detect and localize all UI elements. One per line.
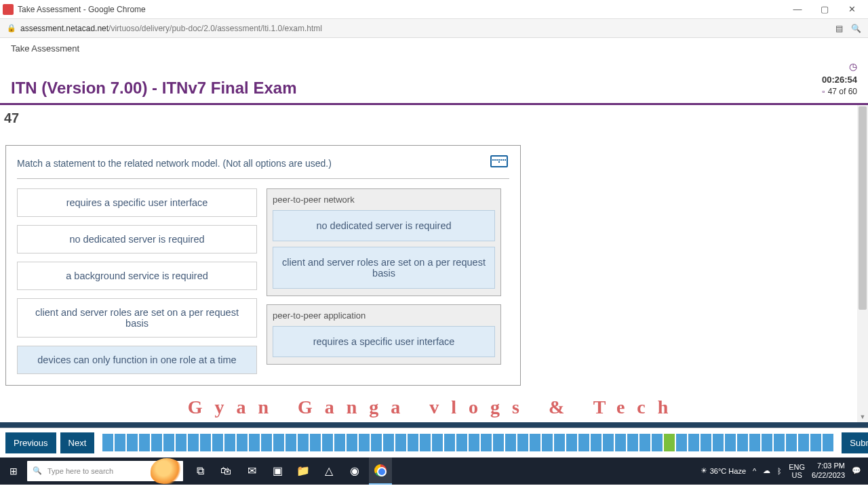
store-icon[interactable]: 🛍 (214, 458, 237, 485)
question-nav-box[interactable] (554, 434, 565, 451)
vlc-icon[interactable]: △ (317, 458, 340, 485)
minimize-button[interactable]: — (784, 0, 811, 19)
question-nav-box[interactable] (200, 434, 211, 451)
question-nav-box[interactable] (261, 434, 272, 451)
question-nav-box[interactable] (749, 434, 760, 451)
question-nav-box[interactable] (115, 434, 125, 451)
question-nav-box[interactable] (566, 434, 577, 451)
explorer-icon[interactable]: 📁 (292, 458, 315, 485)
question-nav-box[interactable] (212, 434, 223, 451)
clock-tray[interactable]: 7:03 PM 6/22/2023 (812, 462, 845, 479)
scroll-down-button[interactable]: ▼ (857, 411, 868, 422)
scroll-thumb[interactable] (859, 106, 867, 310)
taskbar-search[interactable]: 🔍 Type here to search (27, 461, 183, 481)
question-nav-box[interactable] (249, 434, 260, 451)
question-nav-box[interactable] (371, 434, 382, 451)
question-nav-box[interactable] (359, 434, 370, 451)
question-nav-box[interactable] (163, 434, 174, 451)
question-nav-box[interactable] (310, 434, 321, 451)
mail-icon[interactable]: ✉ (240, 458, 263, 485)
question-nav-box[interactable] (676, 434, 687, 451)
question-nav-box[interactable] (542, 434, 553, 451)
question-nav-box[interactable] (127, 434, 138, 451)
question-nav-box[interactable] (420, 434, 431, 451)
translate-icon[interactable]: ▤ (835, 24, 843, 33)
question-nav-box[interactable] (713, 434, 724, 451)
question-nav-box[interactable] (798, 434, 809, 451)
chrome-taskbar-icon[interactable] (369, 458, 392, 485)
question-nav-box[interactable] (774, 434, 785, 451)
question-nav-box[interactable] (530, 434, 540, 451)
target-p2p-application[interactable]: peer-to-peer application requires a spec… (267, 304, 501, 365)
question-nav-box[interactable] (237, 434, 248, 451)
task-view-icon[interactable]: ⧉ (189, 458, 212, 485)
question-nav-box[interactable] (786, 434, 797, 451)
question-nav-box[interactable] (481, 434, 492, 451)
weather-widget[interactable]: ☀ 36°C Haze (701, 466, 746, 475)
address-bar[interactable]: 🔒 assessment.netacad.net/virtuoso/delive… (0, 19, 868, 38)
notifications-icon[interactable]: 💬 (852, 466, 861, 475)
source-option[interactable]: no dedicated server is required (17, 225, 257, 253)
question-nav-box[interactable] (701, 434, 711, 451)
question-nav-box[interactable] (505, 434, 516, 451)
question-nav-box[interactable] (652, 434, 663, 451)
question-nav-box[interactable] (188, 434, 199, 451)
question-nav-box[interactable] (810, 434, 821, 451)
question-nav-box[interactable] (823, 434, 833, 451)
dropped-item[interactable]: client and server roles are set on a per… (273, 247, 495, 289)
previous-button[interactable]: Previous (5, 432, 56, 453)
question-nav-box[interactable] (603, 434, 614, 451)
dropped-item[interactable]: requires a specific user interface (273, 326, 495, 357)
question-nav-box[interactable] (456, 434, 467, 451)
question-nav-box[interactable] (176, 434, 186, 451)
keyboard-icon[interactable] (490, 155, 508, 167)
question-nav-box[interactable] (737, 434, 748, 451)
source-option[interactable]: a background service is required (17, 262, 257, 290)
question-nav-box[interactable] (298, 434, 309, 451)
question-nav-box[interactable] (383, 434, 394, 451)
lang-indicator[interactable]: ENG US (789, 463, 805, 479)
question-nav-box[interactable] (432, 434, 443, 451)
question-nav-box[interactable] (627, 434, 638, 451)
source-option[interactable]: requires a specific user interface (17, 188, 257, 217)
question-nav-box[interactable] (469, 434, 479, 451)
obs-icon[interactable]: ◉ (343, 458, 366, 485)
question-nav-box[interactable] (762, 434, 772, 451)
tray-chevron-icon[interactable]: ^ (753, 467, 756, 475)
bluetooth-icon[interactable]: ᛒ (777, 467, 782, 475)
question-nav-box[interactable] (591, 434, 601, 451)
question-nav-box[interactable] (493, 434, 504, 451)
submit-button[interactable]: Submit (842, 432, 868, 453)
question-nav-box[interactable] (578, 434, 589, 451)
question-nav-box[interactable] (285, 434, 296, 451)
dropped-item[interactable]: no dedicated server is required (273, 210, 495, 241)
source-option[interactable]: client and server roles are set on a per… (17, 298, 257, 338)
question-nav-box[interactable] (664, 434, 675, 451)
zoom-icon[interactable]: 🔍 (851, 24, 861, 33)
question-nav-box[interactable] (444, 434, 455, 451)
question-nav-box[interactable] (151, 434, 162, 451)
question-nav-box[interactable] (517, 434, 528, 451)
maximize-button[interactable]: ▢ (811, 0, 838, 19)
question-nav-box[interactable] (725, 434, 736, 451)
question-nav-box[interactable] (347, 434, 357, 451)
question-nav-box[interactable] (334, 434, 345, 451)
question-nav-box[interactable] (639, 434, 650, 451)
question-nav-box[interactable] (139, 434, 150, 451)
close-button[interactable]: ✕ (838, 0, 865, 19)
start-button[interactable]: ⊞ (0, 458, 27, 485)
onedrive-icon[interactable]: ☁ (763, 466, 770, 475)
question-nav-box[interactable] (102, 434, 113, 451)
vertical-scrollbar[interactable]: ▲ ▼ (857, 105, 868, 422)
question-nav-box[interactable] (273, 434, 284, 451)
question-nav-box[interactable] (688, 434, 699, 451)
question-nav-box[interactable] (322, 434, 333, 451)
target-p2p-network[interactable]: peer-to-peer network no dedicated server… (267, 188, 501, 296)
edge-icon[interactable]: ▣ (266, 458, 289, 485)
next-button[interactable]: Next (60, 432, 95, 453)
question-nav-box[interactable] (224, 434, 235, 451)
question-nav-box[interactable] (408, 434, 418, 451)
question-nav-box[interactable] (615, 434, 626, 451)
source-option-selected[interactable]: devices can only function in one role at… (17, 346, 257, 374)
question-nav-box[interactable] (395, 434, 406, 451)
